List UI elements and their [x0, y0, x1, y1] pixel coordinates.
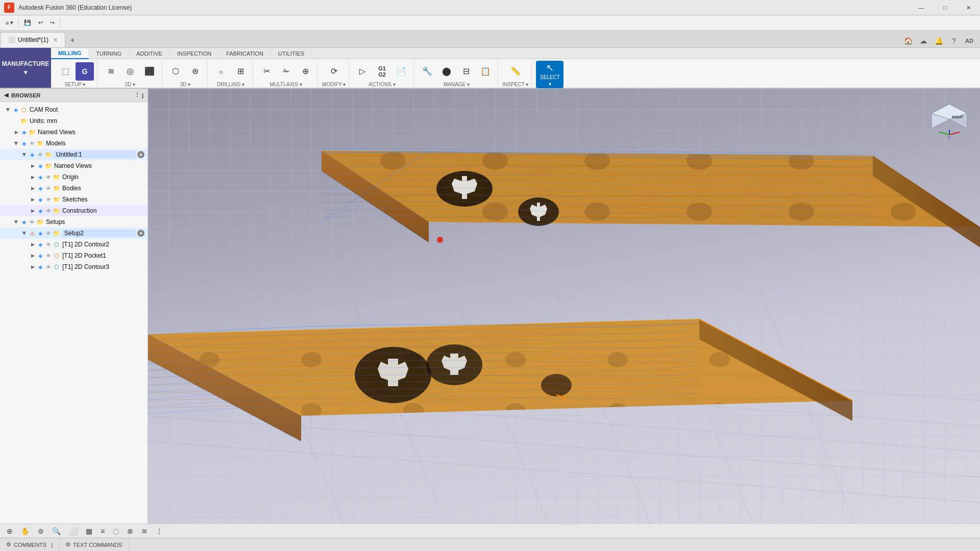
app-menu-button[interactable]: ≡ ▾: [2, 17, 17, 29]
act-btn2[interactable]: G1G2: [373, 62, 391, 81]
pocket1-eye-icon[interactable]: 👁: [45, 252, 52, 259]
close-button[interactable]: ✕: [957, 0, 980, 15]
named-views-vis-icon[interactable]: ◈: [37, 162, 44, 169]
tab-inspection[interactable]: INSPECTION: [170, 48, 219, 59]
browser-collapse-icon[interactable]: ◀: [4, 92, 8, 98]
mgr-btn3[interactable]: ⊟: [457, 62, 475, 81]
setups-eye-icon[interactable]: 👁: [29, 218, 36, 226]
origin-vis-icon[interactable]: ◈: [37, 173, 44, 181]
grid-button[interactable]: ▦: [83, 525, 95, 537]
tab-bell-button[interactable]: 🔔: [932, 34, 945, 47]
browser-options-icon[interactable]: ⋮: [134, 92, 140, 98]
contour3-arrow[interactable]: ▶: [29, 264, 37, 269]
2d-btn2[interactable]: ◎: [121, 62, 139, 81]
tree-item-units[interactable]: 📁 Units: mm: [0, 115, 148, 127]
models-arrow[interactable]: ▶: [14, 139, 19, 147]
setup2-vis-icon[interactable]: ◈: [37, 230, 44, 237]
contour3-eye-icon[interactable]: 👁: [45, 263, 52, 270]
tree-item-construction[interactable]: ▶ ◈ 👁 📁 Construction: [0, 205, 148, 216]
contour2-vis-icon[interactable]: ◈: [37, 241, 44, 248]
tab-milling[interactable]: MILLING: [51, 48, 89, 59]
mgr-btn2[interactable]: ⬤: [437, 62, 456, 81]
text-commands-tab[interactable]: ⚙ TEXT COMMANDS: [59, 538, 129, 552]
insp-btn1[interactable]: 📏: [506, 62, 525, 81]
construction-vis-icon[interactable]: ◈: [37, 207, 44, 214]
tab-additive[interactable]: ADDITIVE: [129, 48, 170, 59]
contour2-eye-icon[interactable]: 👁: [45, 241, 52, 248]
act-btn1[interactable]: ▷: [353, 62, 372, 81]
new-tab-button[interactable]: +: [65, 33, 80, 47]
bodies-arrow[interactable]: ▶: [29, 186, 37, 191]
tree-item-bodies[interactable]: ▶ ◈ 👁 📁 Bodies: [0, 183, 148, 194]
tab-fabrication[interactable]: FABRICATION: [219, 48, 271, 59]
comments-tab[interactable]: ⚙ COMMENTS |: [0, 538, 59, 552]
setup-button[interactable]: ⬚: [56, 62, 75, 81]
tab-close-button[interactable]: ✕: [53, 37, 58, 43]
pocket1-arrow[interactable]: ▶: [29, 253, 37, 258]
named-views-arrow[interactable]: ▶: [29, 163, 37, 168]
zoom-button[interactable]: 🔍: [50, 525, 63, 537]
bodies-eye-icon[interactable]: 👁: [45, 185, 52, 192]
models-vis-icon[interactable]: ◈: [20, 140, 28, 147]
mgr-btn4[interactable]: 📋: [476, 62, 495, 81]
comments-gear-icon[interactable]: ⚙: [6, 541, 11, 548]
setups-arrow[interactable]: ▶: [14, 218, 19, 226]
bodies-vis-icon[interactable]: ◈: [37, 185, 44, 192]
cam-root-vis-icon[interactable]: ◈: [12, 106, 19, 113]
setup2-eye-icon[interactable]: 👁: [45, 230, 52, 237]
2d-btn3[interactable]: ⬛: [140, 62, 159, 81]
env-button[interactable]: ◌: [110, 525, 121, 537]
sketches-eye-icon[interactable]: 👁: [45, 196, 52, 203]
setup2-arrow[interactable]: ▶: [22, 229, 27, 237]
named-views-top-arrow[interactable]: ▶: [12, 130, 20, 135]
tab-utilities[interactable]: UTILITIES: [271, 48, 312, 59]
select-button[interactable]: ↖ SELECT ▾: [536, 61, 564, 88]
3d-btn1[interactable]: ⬡: [166, 62, 185, 81]
mgr-btn1[interactable]: 🔧: [418, 62, 436, 81]
tree-item-named-views-top[interactable]: ▶ ◈ 📁 Named Views: [0, 127, 148, 138]
2d-btn1[interactable]: ≋: [102, 62, 120, 81]
maximize-button[interactable]: □: [933, 0, 957, 15]
visual-style-button[interactable]: ≡: [98, 525, 107, 537]
setups-vis-icon[interactable]: ◈: [20, 218, 28, 226]
tab-cloud-button[interactable]: ☁: [917, 34, 930, 47]
g-button[interactable]: G: [76, 62, 94, 81]
tab-home-button[interactable]: 🏠: [901, 34, 915, 47]
construction-eye-icon[interactable]: 👁: [45, 207, 52, 214]
origin-eye-icon[interactable]: 👁: [45, 173, 52, 181]
mod-btn1[interactable]: ⟳: [325, 62, 343, 81]
ma-btn1[interactable]: ✂: [257, 62, 276, 81]
drilling-btn1[interactable]: ⬦: [212, 62, 230, 81]
tree-item-setups[interactable]: ▶ ◈ 👁 📁 Setups: [0, 216, 148, 228]
tree-item-sketches[interactable]: ▶ ◈ 👁 📁 Sketches: [0, 194, 148, 205]
display-mode-button[interactable]: ⬜: [66, 525, 80, 537]
nav-cube[interactable]: RIGHT Z: [929, 99, 970, 140]
sketches-arrow[interactable]: ▶: [29, 197, 37, 202]
cam-root-arrow[interactable]: ▶: [6, 106, 11, 114]
untitled1-eye-icon[interactable]: 👁: [37, 151, 44, 158]
object-vis-button[interactable]: ≋: [139, 525, 150, 537]
effects-button[interactable]: ⊗: [125, 525, 136, 537]
named-views-top-vis-icon[interactable]: ◈: [20, 129, 28, 136]
tree-item-untitled1[interactable]: ▶ ◈ 👁 📁 Untitled:1 ●: [0, 149, 148, 160]
tree-item-origin[interactable]: ▶ ◈ 👁 📁 Origin: [0, 171, 148, 183]
fit-view-button[interactable]: ⊕: [4, 525, 15, 537]
tree-item-cam-root[interactable]: ▶ ◈ ⬡ CAM Root: [0, 104, 148, 115]
comments-collapse-icon[interactable]: |: [51, 542, 53, 548]
untitled1-arrow[interactable]: ▶: [22, 151, 27, 159]
models-eye-icon[interactable]: 👁: [29, 140, 36, 147]
browser-pin-icon[interactable]: |: [142, 92, 143, 98]
orbit-button[interactable]: ⊚: [35, 525, 46, 537]
tree-item-pocket1[interactable]: ▶ ◈ 👁 ⬡ [T1] 2D Pocket1: [0, 250, 148, 261]
drilling-btn2[interactable]: ⊞: [231, 62, 250, 81]
contour3-vis-icon[interactable]: ◈: [37, 263, 44, 270]
minimize-button[interactable]: —: [910, 0, 933, 15]
tree-item-named-views[interactable]: ▶ ◈ 📁 Named Views: [0, 160, 148, 171]
pan-button[interactable]: ✋: [18, 525, 32, 537]
untitled1-vis-icon[interactable]: ◈: [29, 151, 36, 158]
tree-item-models[interactable]: ▶ ◈ 👁 📁 Models: [0, 138, 148, 149]
origin-arrow[interactable]: ▶: [29, 174, 37, 180]
sketches-vis-icon[interactable]: ◈: [37, 196, 44, 203]
tree-item-contour2[interactable]: ▶ ◈ 👁 ⬡ [T1] 2D Contour2: [0, 239, 148, 250]
save-button[interactable]: 💾: [20, 17, 35, 29]
